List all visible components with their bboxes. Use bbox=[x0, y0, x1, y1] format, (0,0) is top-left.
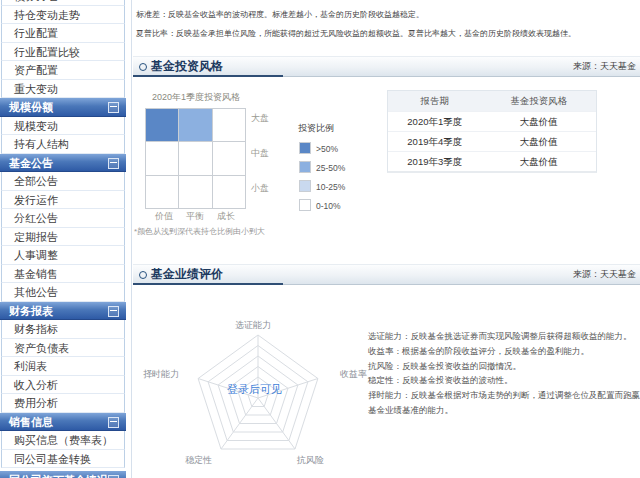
legend-title: 投资比例 bbox=[298, 122, 334, 135]
sidebar-item[interactable]: 资产负债表 bbox=[1, 339, 125, 358]
sharpe-ratio-note: 夏普比率：反映基金承担单位风险，所能获得的超过无风险收益的超额收益。夏普比率越大… bbox=[136, 24, 576, 43]
style-box-col-label: 成长 bbox=[217, 210, 235, 223]
section-header-investment-style: 基金投资风格 来源：天天基金 bbox=[133, 56, 640, 76]
table-cell: 2020年1季度 bbox=[388, 112, 482, 131]
sidebar-group-label: 基金公告 bbox=[9, 157, 53, 169]
style-box-cell bbox=[179, 142, 212, 175]
radar-axis-label: 择时能力 bbox=[143, 368, 179, 381]
style-box-cell bbox=[213, 142, 246, 175]
sidebar-item[interactable]: 其他公告 bbox=[1, 283, 125, 302]
radar-axis-label: 稳定性 bbox=[185, 454, 212, 467]
style-box-cell bbox=[179, 176, 212, 209]
sidebar-group-header[interactable]: 财务报表 bbox=[0, 302, 126, 321]
section-divider-line bbox=[283, 284, 640, 285]
table-row: 2020年1季度大盘价值 bbox=[388, 112, 596, 132]
sidebar-group-header[interactable]: 同公司旗下基金情况 bbox=[0, 471, 126, 478]
table-header-row: 报告期基金投资风格 bbox=[388, 91, 596, 112]
style-box-cell bbox=[146, 142, 179, 175]
metric-explanations: 标准差：反映基金收益率的波动程度。标准差越小，基金的历史阶段收益越稳定。 夏普比… bbox=[136, 5, 576, 43]
sidebar-item[interactable]: 持仓变动走势 bbox=[1, 6, 125, 25]
style-box-cell bbox=[146, 109, 179, 142]
style-box-cell bbox=[179, 109, 212, 142]
sidebar-content-divider bbox=[131, 0, 132, 478]
legend-label: 25-50% bbox=[316, 163, 345, 173]
sidebar-item[interactable]: 财务指标 bbox=[1, 320, 125, 339]
table-cell: 大盘价值 bbox=[482, 112, 596, 131]
sidebar-group-header[interactable]: 规模份额 bbox=[0, 98, 126, 117]
style-box-row-label: 大盘 bbox=[251, 112, 269, 125]
ability-description-line: 选证能力：反映基金挑选证券而实现风险调整后获得超额收益的能力。 bbox=[368, 329, 640, 344]
ability-descriptions: 选证能力：反映基金挑选证券而实现风险调整后获得超额收益的能力。收益率：根据基金的… bbox=[368, 329, 640, 418]
table-row: 2019年3季度大盘价值 bbox=[388, 152, 596, 171]
legend-label: >50% bbox=[316, 144, 338, 154]
std-deviation-note: 标准差：反映基金收益率的波动程度。标准差越小，基金的历史阶段收益越稳定。 bbox=[136, 5, 576, 24]
sidebar-group-header[interactable]: 基金公告 bbox=[0, 154, 126, 173]
collapse-icon[interactable] bbox=[108, 417, 119, 428]
section-title-underline bbox=[133, 75, 283, 77]
ability-description-line: 稳定性：反映基金投资收益的波动性。 bbox=[368, 373, 640, 388]
source-label: 来源：天天基金 bbox=[573, 265, 636, 284]
section-title: 基金业绩评价 bbox=[151, 265, 223, 284]
ability-description-line: 抗风险：反映基金投资收益的回撤情况。 bbox=[368, 359, 640, 374]
legend-swatch bbox=[299, 180, 311, 192]
collapse-icon[interactable] bbox=[108, 102, 119, 113]
radar-chart bbox=[186, 330, 330, 472]
sidebar-item[interactable]: 行业配置 bbox=[1, 24, 125, 43]
sidebar-item[interactable]: 分红公告 bbox=[1, 209, 125, 228]
style-box-footnote: *颜色从浅到深代表持仓比例由小到大 bbox=[134, 226, 265, 237]
style-box-col-label: 平衡 bbox=[186, 210, 204, 223]
radar-axis-label: 选证能力 bbox=[235, 319, 271, 332]
style-box-grid bbox=[145, 108, 246, 209]
sidebar-item[interactable]: 购买信息（费率表） bbox=[1, 431, 125, 450]
sidebar-item[interactable]: 重大变动 bbox=[1, 80, 125, 99]
legend-item: 0-10% bbox=[299, 199, 341, 210]
sidebar-item[interactable]: 行业配置比较 bbox=[1, 43, 125, 62]
sidebar-item[interactable]: 利润表 bbox=[1, 357, 125, 376]
sidebar-item[interactable]: 资产配置 bbox=[1, 61, 125, 80]
sidebar-group-label: 财务报表 bbox=[9, 305, 53, 317]
table-row: 2019年4季度大盘价值 bbox=[388, 132, 596, 152]
sidebar-item[interactable]: 费用分析 bbox=[1, 394, 125, 413]
circle-outline-icon bbox=[139, 271, 147, 279]
login-to-view-link[interactable]: 登录后可见 bbox=[227, 382, 282, 397]
section-header-performance-eval: 基金业绩评价 来源：天天基金 bbox=[133, 264, 640, 284]
sidebar-item[interactable]: 持有人结构 bbox=[1, 135, 125, 154]
collapse-icon[interactable] bbox=[108, 158, 119, 169]
sidebar-item[interactable]: 人事调整 bbox=[1, 246, 125, 265]
sidebar-group-label: 规模份额 bbox=[9, 101, 53, 113]
sidebar-item[interactable]: 同公司基金转换 bbox=[1, 450, 125, 469]
sidebar-group-header[interactable]: 销售信息 bbox=[0, 413, 126, 432]
sidebar-item[interactable]: 基金销售 bbox=[1, 265, 125, 284]
table-header-cell: 报告期 bbox=[388, 91, 482, 111]
table-cell: 大盘价值 bbox=[482, 132, 596, 151]
sidebar-item[interactable]: 全部公告 bbox=[1, 172, 125, 191]
style-history-table: 报告期基金投资风格2020年1季度大盘价值2019年4季度大盘价值2019年3季… bbox=[387, 90, 597, 173]
section-title-underline bbox=[133, 283, 283, 285]
radar-axis-label: 抗风险 bbox=[297, 454, 324, 467]
style-box-title: 2020年1季度投资风格 bbox=[152, 91, 240, 104]
table-cell: 2019年4季度 bbox=[388, 132, 482, 151]
source-label: 来源：天天基金 bbox=[573, 57, 636, 76]
circle-outline-icon bbox=[139, 63, 147, 71]
style-box-cell bbox=[146, 176, 179, 209]
style-box-cell bbox=[213, 109, 246, 142]
collapse-icon[interactable] bbox=[108, 306, 119, 317]
legend-swatch bbox=[299, 161, 311, 173]
fund-f10-page: 债券持仓持仓变动走势行业配置行业配置比较资产配置重大变动规模份额规模变动持有人结… bbox=[0, 0, 640, 478]
sidebar-item[interactable]: 定期报告 bbox=[1, 228, 125, 247]
style-box-row-label: 中盘 bbox=[251, 147, 269, 160]
style-box-col-label: 价值 bbox=[155, 210, 173, 223]
legend-swatch bbox=[299, 199, 311, 211]
legend-swatch bbox=[299, 142, 311, 154]
sidebar-item[interactable]: 收入分析 bbox=[1, 376, 125, 395]
sidebar-item[interactable]: 发行运作 bbox=[1, 191, 125, 210]
section-divider-line bbox=[283, 76, 640, 77]
legend-label: 10-25% bbox=[316, 182, 345, 192]
table-cell: 大盘价值 bbox=[482, 152, 596, 171]
sidebar-item[interactable]: 规模变动 bbox=[1, 117, 125, 136]
main-content: 标准差：反映基金收益率的波动程度。标准差越小，基金的历史阶段收益越稳定。 夏普比… bbox=[133, 0, 640, 478]
section-title: 基金投资风格 bbox=[151, 57, 223, 76]
sidebar-group-label: 销售信息 bbox=[9, 416, 53, 428]
legend-label: 0-10% bbox=[316, 201, 341, 211]
ability-description-line: 基金业绩基准的能力。 bbox=[368, 403, 640, 418]
